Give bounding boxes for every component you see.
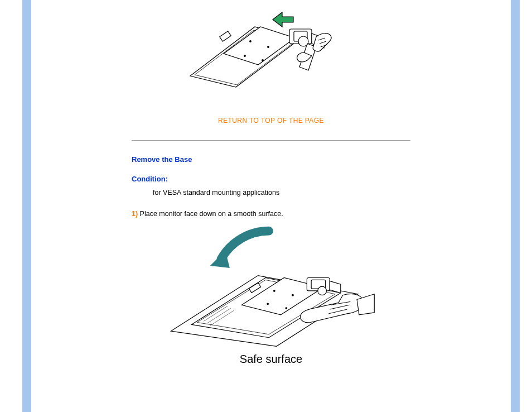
step-1-number: 1) bbox=[132, 210, 138, 218]
step-1: 1) Place monitor face down on a smooth s… bbox=[132, 210, 410, 218]
monitor-panel bbox=[190, 27, 298, 87]
return-to-top-link[interactable]: RETURN TO TOP OF THE PAGE bbox=[218, 117, 324, 124]
svg-point-15 bbox=[267, 303, 269, 305]
svg-point-19 bbox=[318, 286, 327, 295]
return-to-top: RETURN TO TOP OF THE PAGE bbox=[132, 116, 410, 124]
svg-point-3 bbox=[244, 55, 246, 57]
arrow-left-icon bbox=[273, 12, 293, 27]
section-title: Remove the Base bbox=[132, 155, 410, 164]
safe-surface-diagram bbox=[165, 223, 377, 354]
svg-point-13 bbox=[274, 290, 275, 292]
svg-point-16 bbox=[286, 308, 287, 309]
content-column: RETURN TO TOP OF THE PAGE Remove the Bas… bbox=[31, 0, 511, 412]
right-stripe bbox=[511, 0, 520, 412]
fold-base-diagram bbox=[185, 4, 357, 88]
svg-point-1 bbox=[250, 41, 252, 42]
safe-surface-caption: Safe surface bbox=[165, 353, 377, 366]
condition-text: for VESA standard mounting applications bbox=[153, 189, 410, 197]
arrow-curved-icon bbox=[210, 231, 269, 268]
svg-point-14 bbox=[292, 294, 294, 296]
illustration-fold-base bbox=[185, 0, 357, 88]
svg-point-7 bbox=[298, 36, 308, 46]
left-stripe bbox=[22, 0, 31, 412]
svg-point-4 bbox=[262, 60, 264, 61]
step-1-text: Place monitor face down on a smooth surf… bbox=[140, 210, 283, 218]
illustration-safe-surface: Safe surface bbox=[165, 223, 377, 366]
svg-point-2 bbox=[268, 46, 269, 48]
page: RETURN TO TOP OF THE PAGE Remove the Bas… bbox=[0, 0, 532, 412]
condition-label: Condition: bbox=[132, 175, 410, 183]
divider bbox=[132, 140, 410, 141]
svg-rect-0 bbox=[220, 31, 231, 41]
